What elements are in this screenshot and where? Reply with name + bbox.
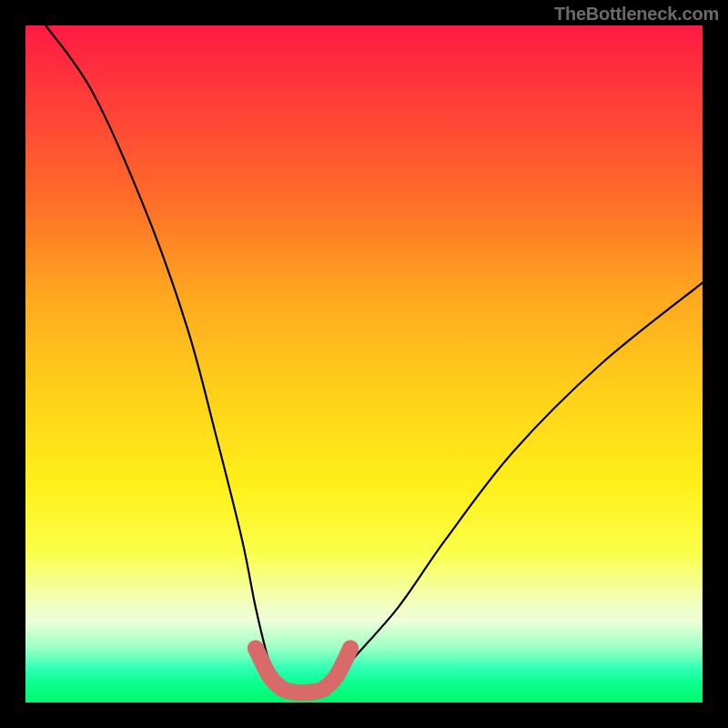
watermark-text: TheBottleneck.com [554, 4, 719, 25]
bottleneck-curve [46, 25, 703, 696]
chart-svg [25, 25, 703, 703]
valley-marker [248, 640, 264, 656]
valley-markers [248, 640, 359, 700]
valley-marker [261, 667, 278, 683]
valley-marker [329, 667, 345, 683]
valley-marker [342, 640, 359, 656]
valley-marker [315, 681, 331, 697]
